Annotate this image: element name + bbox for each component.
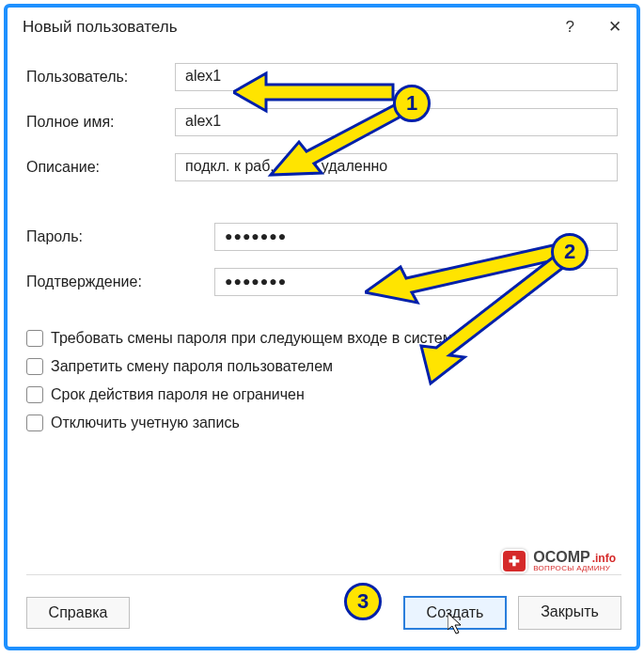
annotation-arrow-icon xyxy=(402,252,590,393)
annotation-arrow-icon xyxy=(252,100,407,184)
titlebar: Новый пользователь ? ✕ xyxy=(8,8,636,44)
help-icon[interactable]: ? xyxy=(566,18,574,37)
svg-marker-1 xyxy=(271,103,404,175)
checkbox-icon[interactable] xyxy=(26,415,43,431)
checkbox-label: Отключить учетную запись xyxy=(51,415,240,431)
close-button[interactable]: Закрыть xyxy=(518,596,621,630)
annotation-badge-1: 1 xyxy=(393,85,431,122)
description-label: Описание: xyxy=(26,159,175,176)
checkbox-icon[interactable] xyxy=(26,358,43,375)
watermark-text: OCOMP.info ВОПРОСЫ АДМИНУ xyxy=(533,550,616,572)
watermark-badge-icon: ✚ xyxy=(501,549,527,573)
close-icon[interactable]: ✕ xyxy=(608,17,621,37)
svg-marker-3 xyxy=(421,258,564,383)
annotation-badge-3: 3 xyxy=(344,583,382,620)
separator-gap xyxy=(26,198,618,223)
confirm-label: Подтверждение: xyxy=(26,274,214,290)
cursor-icon xyxy=(448,613,466,637)
watermark-main: OCOMP.info xyxy=(533,550,616,565)
window-title: Новый пользователь xyxy=(23,18,178,37)
help-button[interactable]: Справка xyxy=(26,597,130,629)
watermark: ✚ OCOMP.info ВОПРОСЫ АДМИНУ xyxy=(501,549,616,573)
footer: Справка Создать Закрыть xyxy=(26,574,621,630)
annotation-badge-2: 2 xyxy=(551,233,589,271)
checkbox-icon[interactable] xyxy=(26,386,43,403)
checkbox-label: Требовать смены пароля при следующем вхо… xyxy=(51,330,461,347)
dialog-window: Новый пользователь ? ✕ Пользователь: ale… xyxy=(4,4,640,650)
svg-marker-4 xyxy=(448,613,461,634)
watermark-sub: ВОПРОСЫ АДМИНУ xyxy=(533,565,616,572)
password-label: Пароль: xyxy=(26,228,214,245)
user-label: Пользователь: xyxy=(26,69,175,86)
checkbox-label: Запретить смену пароля пользователем xyxy=(51,358,333,375)
checkbox-icon[interactable] xyxy=(26,330,43,347)
checkbox-row-disable-account[interactable]: Отключить учетную запись xyxy=(26,415,618,431)
fullname-label: Полное имя: xyxy=(26,114,175,131)
footer-right: Создать Закрыть xyxy=(403,596,621,630)
window-controls: ? ✕ xyxy=(566,17,621,37)
checkbox-label: Срок действия пароля не ограничен xyxy=(51,386,305,403)
